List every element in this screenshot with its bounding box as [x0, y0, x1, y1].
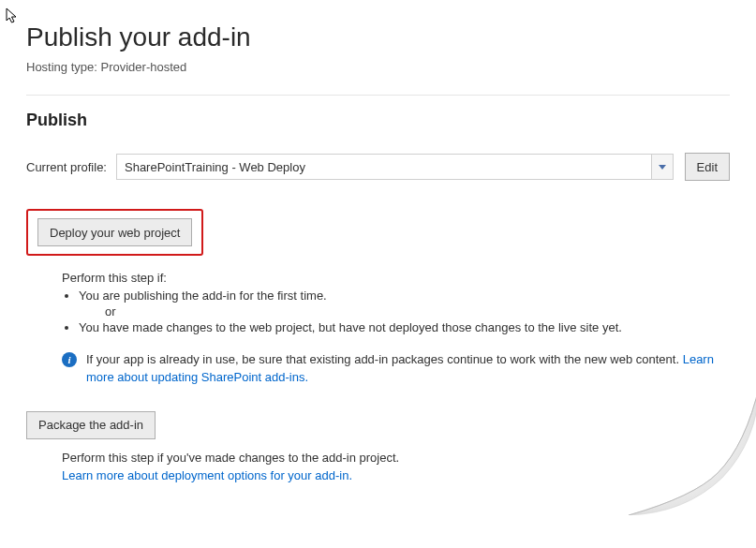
- learn-more-deployment-link[interactable]: Learn more about deployment options for …: [62, 468, 352, 482]
- hosting-type: Hosting type: Provider-hosted: [26, 60, 730, 74]
- package-perform-label: Perform this step if you've made changes…: [62, 449, 730, 467]
- divider: [26, 95, 730, 96]
- chevron-down-icon[interactable]: [651, 155, 673, 179]
- info-icon: i: [62, 352, 77, 367]
- package-addin-button[interactable]: Package the add-in: [26, 411, 156, 439]
- mouse-cursor-icon: [6, 7, 19, 26]
- hosting-value: Provider-hosted: [101, 60, 187, 74]
- deploy-or-label: or: [105, 304, 730, 318]
- publish-section-heading: Publish: [26, 111, 730, 130]
- deploy-bullet-first-time: You are publishing the add-in for the fi…: [79, 289, 730, 318]
- deploy-perform-label: Perform this step if:: [62, 271, 730, 285]
- deploy-web-project-button[interactable]: Deploy your web project: [37, 218, 192, 246]
- hosting-label: Hosting type:: [26, 60, 97, 74]
- page-title: Publish your add-in: [26, 22, 730, 52]
- deploy-info-text: If your app is already in use, be sure t…: [86, 351, 730, 387]
- edit-profile-button[interactable]: Edit: [685, 153, 730, 181]
- deploy-highlight: Deploy your web project: [26, 209, 203, 256]
- current-profile-label: Current profile:: [26, 160, 107, 174]
- current-profile-dropdown[interactable]: SharePointTraining - Web Deploy: [116, 154, 674, 180]
- current-profile-value: SharePointTraining - Web Deploy: [117, 155, 651, 179]
- deploy-bullet-changes: You have made changes to the web project…: [79, 320, 730, 334]
